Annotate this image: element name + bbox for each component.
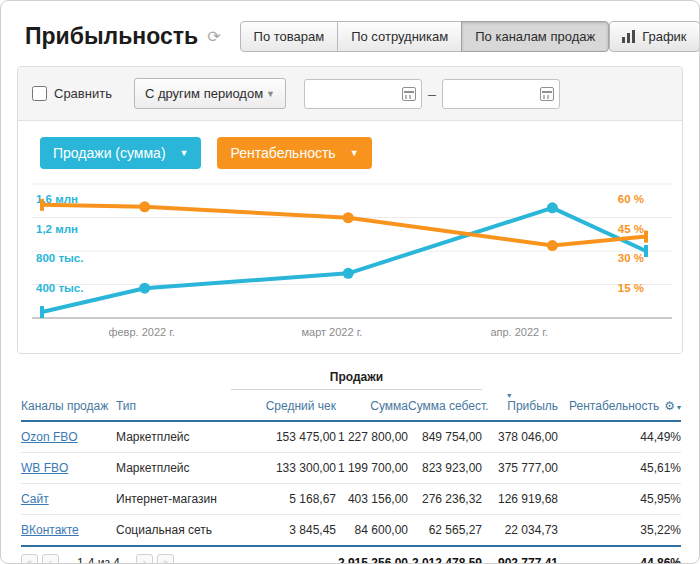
- avg-check-value: 5 168,67: [231, 484, 336, 515]
- chevron-down-icon: ▼: [180, 148, 189, 158]
- column-group-row: Продажи: [21, 366, 681, 393]
- col-header-type[interactable]: Тип: [116, 393, 231, 421]
- total-sum: 2 915 256,00: [336, 546, 408, 564]
- tab-by-sales-channels[interactable]: По каналам продаж: [461, 21, 609, 52]
- col-header-avg-check[interactable]: Средний чек: [231, 393, 336, 421]
- col-header-channels[interactable]: Каналы продаж: [21, 393, 116, 421]
- total-margin: 44,86%: [558, 546, 681, 564]
- sum-value: 403 156,00: [336, 484, 408, 515]
- margin-value: 44,49%: [558, 421, 681, 453]
- sum-value: 1 227 800,00: [336, 421, 408, 453]
- compare-control: Сравнить: [32, 86, 112, 101]
- pagination-label: 1-4 из 4: [77, 556, 120, 564]
- profit-chart: 400 тыс.800 тыс.1,2 млн1,6 млн15 %30 %45…: [32, 179, 672, 343]
- chart-toggle-button[interactable]: График: [609, 21, 699, 52]
- calendar-icon[interactable]: [540, 87, 554, 101]
- calendar-icon[interactable]: [402, 87, 416, 101]
- cost-value: 62 565,27: [408, 515, 482, 547]
- col-header-cost[interactable]: Сумма себест.: [408, 393, 482, 421]
- table-row: ВКонтакте Социальная сеть 3 845,45 84 60…: [21, 515, 681, 547]
- bar-chart-icon: [622, 30, 635, 43]
- compare-checkbox[interactable]: [32, 86, 47, 101]
- svg-text:апр. 2022 г.: апр. 2022 г.: [490, 326, 548, 338]
- sales-channels-table: Продажи Каналы продаж Тип Средний чек Су…: [21, 366, 679, 564]
- margin-value: 35,22%: [558, 515, 681, 547]
- chart-toggle-label: График: [642, 29, 686, 44]
- svg-text:45 %: 45 %: [618, 223, 644, 235]
- period-dropdown-label: С другим периодом: [145, 86, 263, 101]
- channel-type: Интернет-магазин: [116, 484, 231, 515]
- next-page-button[interactable]: ›: [136, 554, 153, 564]
- app-window: Прибыльность ⟳ По товарам По сотрудникам…: [0, 0, 700, 564]
- chart-panel: Сравнить С другим периодом ▼ – Продажи (…: [17, 66, 683, 354]
- profit-value: 375 777,00: [482, 453, 558, 484]
- chevron-down-icon: ▼: [350, 148, 359, 158]
- tab-by-products[interactable]: По товарам: [240, 21, 339, 52]
- col-header-sum[interactable]: Сумма: [336, 393, 408, 421]
- svg-text:400 тыс.: 400 тыс.: [36, 282, 83, 294]
- sort-icon: ▾: [507, 391, 511, 400]
- filter-row: Сравнить С другим периодом ▼ –: [18, 67, 682, 121]
- sum-value: 1 199 700,00: [336, 453, 408, 484]
- gear-icon[interactable]: ⚙: [664, 399, 675, 413]
- svg-text:60 %: 60 %: [618, 193, 644, 205]
- prev-page-button[interactable]: ‹: [42, 554, 59, 564]
- channel-link[interactable]: Сайт: [21, 492, 49, 506]
- profitability-metric-dropdown[interactable]: Рентабельность ▼: [217, 137, 371, 169]
- page-title: Прибыльность: [25, 23, 198, 50]
- svg-text:1,2 млн: 1,2 млн: [36, 223, 78, 235]
- date-range-separator: –: [428, 86, 436, 102]
- column-header-row: Каналы продаж Тип Средний чек Сумма Сумм…: [21, 393, 681, 421]
- avg-check-value: 3 845,45: [231, 515, 336, 547]
- refresh-icon[interactable]: ⟳: [207, 29, 220, 45]
- profit-value: 378 046,00: [482, 421, 558, 453]
- col-header-margin[interactable]: Рентабельность⚙▾: [558, 393, 681, 421]
- sum-value: 84 600,00: [336, 515, 408, 547]
- sales-metric-label: Продажи (сумма): [53, 145, 166, 161]
- last-page-button[interactable]: »: [157, 554, 174, 564]
- margin-value: 45,95%: [558, 484, 681, 515]
- channel-link[interactable]: ВКонтакте: [21, 523, 79, 537]
- cost-value: 849 754,00: [408, 421, 482, 453]
- totals-row: « ‹ 1-4 из 4 › » 2 915 256,00 2 012 478,…: [21, 546, 681, 564]
- channel-link[interactable]: Ozon FBO: [21, 430, 78, 444]
- profitability-metric-label: Рентабельность: [230, 145, 335, 161]
- chart-section: Продажи (сумма) ▼ Рентабельность ▼ 400 т…: [18, 121, 682, 353]
- channel-type: Маркетплейс: [116, 453, 231, 484]
- svg-text:февр. 2022 г.: февр. 2022 г.: [108, 326, 175, 338]
- col-header-profit[interactable]: ▾Прибыль: [482, 393, 558, 421]
- cost-value: 823 923,00: [408, 453, 482, 484]
- avg-check-value: 133 300,00: [231, 453, 336, 484]
- page-header: Прибыльность ⟳ По товарам По сотрудникам…: [1, 1, 699, 66]
- compare-label: Сравнить: [54, 86, 112, 101]
- profit-value: 22 034,73: [482, 515, 558, 547]
- channel-type: Маркетплейс: [116, 421, 231, 453]
- period-dropdown[interactable]: С другим периодом ▼: [134, 78, 286, 109]
- date-from-wrap: [304, 79, 422, 109]
- table-row: Сайт Интернет-магазин 5 168,67 403 156,0…: [21, 484, 681, 515]
- total-profit: 902 777,41: [482, 546, 558, 564]
- chevron-down-icon[interactable]: ▾: [677, 403, 681, 412]
- sales-group-header: Продажи: [231, 370, 482, 390]
- channel-type: Социальная сеть: [116, 515, 231, 547]
- pagination: « ‹ 1-4 из 4 › »: [21, 554, 336, 564]
- svg-text:март 2022 г.: март 2022 г.: [301, 326, 362, 338]
- metric-buttons: Продажи (сумма) ▼ Рентабельность ▼: [40, 137, 668, 169]
- cost-value: 276 236,32: [408, 484, 482, 515]
- table-row: Ozon FBO Маркетплейс 153 475,00 1 227 80…: [21, 421, 681, 453]
- avg-check-value: 153 475,00: [231, 421, 336, 453]
- svg-text:30 %: 30 %: [618, 252, 644, 264]
- profit-value: 126 919,68: [482, 484, 558, 515]
- svg-text:15 %: 15 %: [618, 282, 644, 294]
- chevron-down-icon: ▼: [266, 89, 275, 99]
- svg-text:800 тыс.: 800 тыс.: [36, 252, 83, 264]
- sales-metric-dropdown[interactable]: Продажи (сумма) ▼: [40, 137, 201, 169]
- first-page-button[interactable]: «: [21, 554, 38, 564]
- tab-by-employees[interactable]: По сотрудникам: [337, 21, 462, 52]
- view-tabs: По товарам По сотрудникам По каналам про…: [240, 21, 610, 52]
- total-cost: 2 012 478,59: [408, 546, 482, 564]
- table-row: WB FBO Маркетплейс 133 300,00 1 199 700,…: [21, 453, 681, 484]
- date-to-wrap: [442, 79, 560, 109]
- margin-value: 45,61%: [558, 453, 681, 484]
- channel-link[interactable]: WB FBO: [21, 461, 68, 475]
